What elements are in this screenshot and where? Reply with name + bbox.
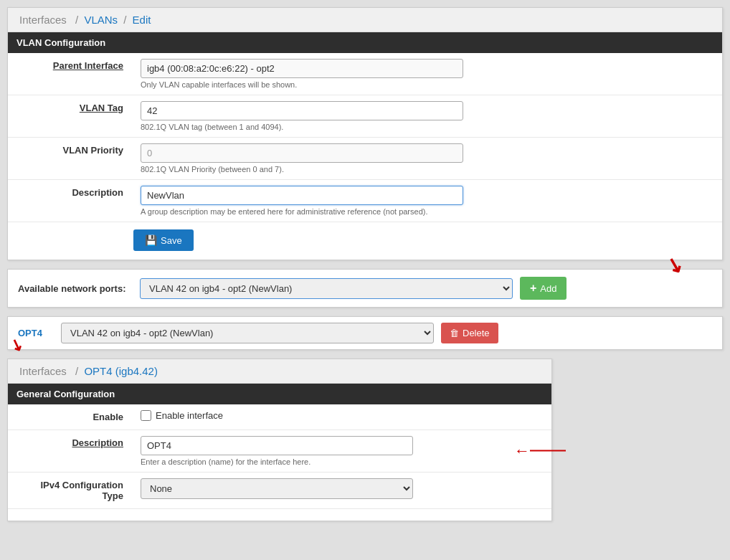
opt4-link[interactable]: OPT4: [18, 328, 54, 338]
general-description-label: Description: [8, 430, 133, 473]
breadcrumb-interfaces: Interfaces: [19, 14, 67, 26]
parent-interface-help: Only VLAN capable interfaces will be sho…: [141, 80, 715, 89]
save-button-row: Save: [8, 222, 722, 260]
vlan-priority-value-cell: 802.1Q VLAN Priority (between 0 and 7).: [133, 138, 722, 180]
description-input[interactable]: [141, 186, 463, 205]
general-description-row: Description ← Enter a description (name)…: [8, 430, 551, 473]
vlan-priority-row: VLAN Priority 802.1Q VLAN Priority (betw…: [8, 138, 722, 180]
parent-interface-row: Parent Interface Only VLAN capable inter…: [8, 53, 722, 95]
opt4-row: ↘ OPT4 VLAN 42 on igb4 - opt2 (NewVlan) …: [7, 316, 723, 350]
vlan-tag-help: 802.1Q VLAN tag (between 1 and 4094).: [141, 123, 715, 131]
vlan-tag-value-cell: 802.1Q VLAN tag (between 1 and 4094).: [133, 95, 722, 138]
parent-interface-input[interactable]: [141, 59, 463, 78]
enable-row: Enable Enable interface: [8, 404, 551, 430]
ports-row: Available network ports: VLAN 42 on igb4…: [7, 269, 723, 308]
opt4-wrapper: ↘ OPT4 VLAN 42 on igb4 - opt2 (NewVlan) …: [7, 316, 723, 350]
general-section-header: General Configuration: [8, 384, 551, 404]
general-description-value-cell: ← Enter a description (name) for the int…: [133, 430, 551, 473]
plus-icon: +: [530, 282, 536, 295]
save-button-label: Save: [161, 235, 182, 246]
enable-value-cell: Enable interface: [133, 404, 551, 430]
opt4-select[interactable]: VLAN 42 on igb4 - opt2 (NewVlan): [61, 323, 434, 343]
parent-interface-label: Parent Interface: [8, 53, 133, 95]
ports-wrapper: Available network ports: VLAN 42 on igb4…: [7, 269, 723, 308]
interfaces-opt4-panel: Interfaces / OPT4 (igb4.42) General Conf…: [7, 359, 552, 521]
general-description-input[interactable]: [141, 436, 413, 455]
ports-select[interactable]: VLAN 42 on igb4 - opt2 (NewVlan): [140, 278, 513, 299]
vlan-form-table: Parent Interface Only VLAN capable inter…: [8, 53, 722, 222]
breadcrumb-edit-link[interactable]: Edit: [133, 14, 151, 26]
general-form-table: Enable Enable interface Description ←: [8, 404, 551, 509]
enable-label: Enable: [8, 404, 133, 430]
vlan-priority-input[interactable]: [141, 143, 463, 163]
vlan-section-header: VLAN Configuration: [8, 32, 722, 53]
general-description-help: Enter a description (name) for the inter…: [141, 457, 544, 466]
description-row: Description A group description may be e…: [8, 180, 722, 222]
breadcrumb-vlans-link[interactable]: VLANs: [84, 14, 118, 26]
ipv4-value-cell: None Static IP DHCP PPP PPPoE: [133, 473, 551, 509]
floppy-icon: [145, 234, 157, 246]
add-button[interactable]: + Add: [520, 277, 567, 300]
delete-button[interactable]: 🗑 Delete: [441, 323, 498, 343]
save-button[interactable]: Save: [133, 229, 194, 251]
breadcrumb2-interfaces: Interfaces: [19, 365, 67, 377]
enable-checkbox-text: Enable interface: [156, 410, 223, 421]
bottom-spacer: [8, 509, 551, 521]
description-label: Description: [8, 180, 133, 222]
breadcrumb2-opt4-link[interactable]: OPT4 (igb4.42): [84, 365, 158, 377]
vlan-priority-help: 802.1Q VLAN Priority (between 0 and 7).: [141, 165, 715, 174]
enable-checkbox[interactable]: [141, 410, 151, 421]
vlan-priority-label: VLAN Priority: [8, 138, 133, 180]
add-button-label: Add: [540, 283, 556, 294]
breadcrumb2-sep: /: [75, 365, 81, 377]
enable-checkbox-label: Enable interface: [141, 410, 544, 421]
ipv4-row: IPv4 Configuration Type None Static IP D…: [8, 473, 551, 509]
breadcrumb1: Interfaces / VLANs / Edit: [8, 8, 722, 32]
trash-icon: 🗑: [450, 328, 459, 338]
breadcrumb2: Interfaces / OPT4 (igb4.42): [8, 359, 551, 384]
vlan-tag-label: VLAN Tag: [8, 95, 133, 138]
description-value-cell: A group description may be entered here …: [133, 180, 722, 222]
vlan-config-panel: Interfaces / VLANs / Edit VLAN Configura…: [7, 7, 723, 260]
vlan-tag-row: VLAN Tag 802.1Q VLAN tag (between 1 and …: [8, 95, 722, 138]
vlan-tag-input[interactable]: [141, 101, 463, 120]
description-help: A group description may be entered here …: [141, 207, 715, 216]
breadcrumb-sep2: /: [123, 14, 129, 26]
parent-interface-value-cell: Only VLAN capable interfaces will be sho…: [133, 53, 722, 95]
ipv4-label: IPv4 Configuration Type: [8, 473, 133, 509]
breadcrumb-sep1: /: [75, 14, 81, 26]
delete-button-label: Delete: [463, 328, 490, 338]
ipv4-select[interactable]: None Static IP DHCP PPP PPPoE: [141, 478, 413, 499]
ports-label: Available network ports:: [18, 283, 133, 294]
arrow-line: [530, 446, 573, 457]
